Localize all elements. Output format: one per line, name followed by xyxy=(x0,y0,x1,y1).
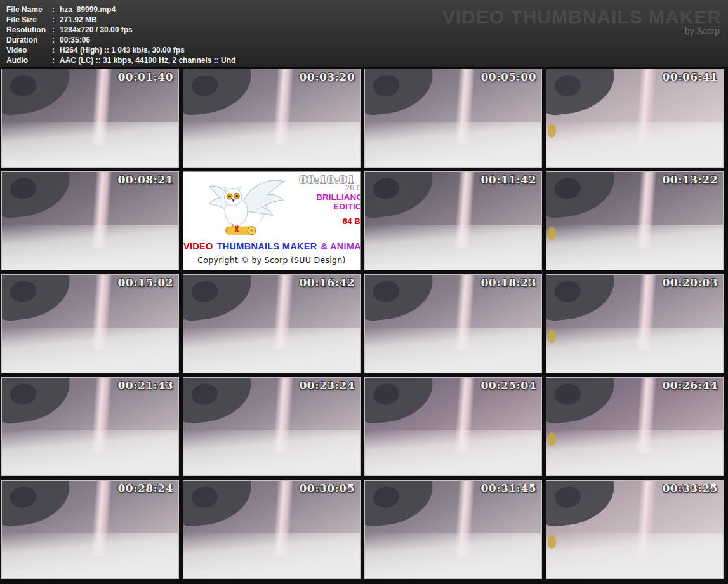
file-info-value: 271.92 MB xyxy=(60,15,97,25)
placeholder-shape-arm xyxy=(546,69,618,117)
video-thumbnail: 00:01:40 xyxy=(1,69,179,168)
file-info-value: H264 (High) :: 1 043 kb/s, 30.00 fps xyxy=(60,45,185,55)
placeholder-shape-sheet xyxy=(183,122,360,167)
placeholder-shape-arm xyxy=(364,480,437,528)
file-info-label: Resolution xyxy=(6,25,52,35)
placeholder-shape-arm xyxy=(1,274,74,322)
file-info-separator: : xyxy=(52,15,60,25)
placeholder-shape-sheet xyxy=(365,122,541,167)
thumbnail-timestamp: 00:05:00 xyxy=(480,70,536,83)
placeholder-shape-sheet xyxy=(2,225,178,270)
video-thumbnail: 00:26:44 xyxy=(546,377,724,476)
vtm-logo-card: 00:10:01 26.0.0 BRILLIANCE EDITION 64 BI… xyxy=(183,171,361,270)
placeholder-shape-arm xyxy=(546,480,618,528)
thumbnail-timestamp: 00:28:24 xyxy=(117,482,173,494)
file-info-value: AAC (LC) :: 31 kbps, 44100 Hz, 2 channel… xyxy=(60,55,235,65)
placeholder-shape-arm xyxy=(1,171,74,220)
edition-info: 26.0.0 BRILLIANCE EDITION 64 BIT xyxy=(316,183,361,226)
file-info-label: Duration xyxy=(6,35,52,45)
placeholder-shape-sheet xyxy=(183,533,360,578)
file-info-row: File Size : 271.92 MB xyxy=(6,15,235,25)
placeholder-shape-arm xyxy=(364,274,437,322)
placeholder-shape-sheet xyxy=(546,122,723,167)
placeholder-shape-arm xyxy=(364,377,437,425)
placeholder-shape-sheet xyxy=(183,430,360,475)
placeholder-shape-pole xyxy=(91,69,112,145)
thumbnail-timestamp: 00:01:40 xyxy=(117,70,173,83)
placeholder-shape-accent xyxy=(548,535,556,549)
file-info-label: File Name xyxy=(6,4,52,15)
video-thumbnail: 00:06:41 xyxy=(546,69,724,168)
video-thumbnail: 00:15:02 xyxy=(1,274,179,373)
video-thumbnail: 00:13:22 xyxy=(546,171,724,270)
placeholder-shape-sheet xyxy=(546,430,723,475)
placeholder-shape-pole xyxy=(454,480,475,557)
thumbnail-timestamp: 00:06:41 xyxy=(662,70,718,83)
file-info-separator: : xyxy=(52,35,60,45)
placeholder-shape-pole xyxy=(272,377,293,454)
video-thumbnail: 00:28:24 xyxy=(1,480,179,579)
video-thumbnail: 00:11:42 xyxy=(364,171,542,270)
placeholder-shape-accent xyxy=(548,329,556,343)
placeholder-shape-pole xyxy=(635,69,656,145)
file-info-row: Resolution : 1284x720 / 30.00 fps xyxy=(6,25,235,35)
app-brand: VIDEO THUMBNAILS MAKER by Scorp xyxy=(442,6,722,36)
file-info-list: File Name : hza_89999.mp4 File Size : 27… xyxy=(6,4,235,65)
thumbnail-timestamp: 00:30:05 xyxy=(299,482,355,494)
file-info-value: 1284x720 / 30.00 fps xyxy=(60,25,133,35)
edition-line2: EDITION xyxy=(316,202,361,211)
placeholder-shape-sheet xyxy=(365,430,541,475)
vtm-logo-title: VIDEOTHUMBNAILS MAKER& ANIMATOR xyxy=(183,241,360,251)
placeholder-shape-sheet xyxy=(183,328,360,373)
copyright-line: Copyright © by Scorp (SUU Design) xyxy=(183,255,360,265)
placeholder-shape-arm xyxy=(546,274,618,322)
video-thumbnail: 00:31:45 xyxy=(364,480,542,579)
placeholder-shape-arm xyxy=(1,69,74,117)
vtm-logo-title-segment: & ANIMATOR xyxy=(321,241,361,251)
file-info-separator: : xyxy=(52,25,60,35)
video-thumbnail: 00:18:23 xyxy=(364,274,542,373)
file-info-separator: : xyxy=(52,55,60,65)
video-thumbnail: 00:30:05 xyxy=(183,480,361,579)
video-thumbnail: 00:03:20 xyxy=(183,69,361,168)
file-info-row: File Name : hza_89999.mp4 xyxy=(6,4,235,15)
placeholder-shape-pole xyxy=(272,480,293,557)
placeholder-shape-arm xyxy=(546,377,618,425)
placeholder-shape-arm xyxy=(183,274,255,322)
placeholder-shape-accent xyxy=(548,227,556,241)
thumbnail-timestamp: 00:16:42 xyxy=(299,276,355,289)
bits-label: 64 BIT xyxy=(316,216,361,226)
file-info-label: File Size xyxy=(6,15,52,25)
vtm-logo-title-segment: THUMBNAILS MAKER xyxy=(217,241,317,251)
placeholder-shape-pole xyxy=(454,69,475,145)
brand-title: VIDEO THUMBNAILS MAKER xyxy=(442,6,722,28)
placeholder-shape-pole xyxy=(272,274,293,351)
placeholder-shape-pole xyxy=(454,377,475,454)
file-info-value: hza_89999.mp4 xyxy=(60,4,116,15)
placeholder-shape-pole xyxy=(454,171,475,248)
file-info-separator: : xyxy=(52,45,60,55)
video-thumbnail: 00:08:21 xyxy=(1,171,179,270)
placeholder-shape-pole xyxy=(454,274,475,351)
file-info-row: Video : H264 (High) :: 1 043 kb/s, 30.00… xyxy=(6,45,235,55)
placeholder-shape-pole xyxy=(91,377,112,454)
vtm-logo-title-segment: VIDEO xyxy=(183,241,213,251)
thumbnail-timestamp: 00:18:23 xyxy=(480,276,536,289)
placeholder-shape-sheet xyxy=(365,328,541,373)
video-thumbnails-sheet: File Name : hza_89999.mp4 File Size : 27… xyxy=(0,0,728,584)
placeholder-shape-arm xyxy=(183,480,255,528)
placeholder-shape-sheet xyxy=(2,122,178,167)
thumbnail-timestamp: 00:25:04 xyxy=(480,379,536,392)
thumbnail-timestamp: 00:33:25 xyxy=(662,482,718,494)
placeholder-shape-pole xyxy=(635,171,656,248)
file-info-label: Video xyxy=(6,45,52,55)
placeholder-shape-arm xyxy=(546,171,618,220)
placeholder-shape-sheet xyxy=(2,328,178,373)
placeholder-shape-arm xyxy=(364,171,437,220)
placeholder-shape-arm xyxy=(364,69,437,117)
placeholder-shape-pole xyxy=(91,480,112,557)
thumbnail-timestamp: 00:03:20 xyxy=(299,70,355,83)
placeholder-shape-sheet xyxy=(546,225,723,270)
placeholder-shape-arm xyxy=(1,480,74,528)
placeholder-shape-pole xyxy=(91,171,112,248)
